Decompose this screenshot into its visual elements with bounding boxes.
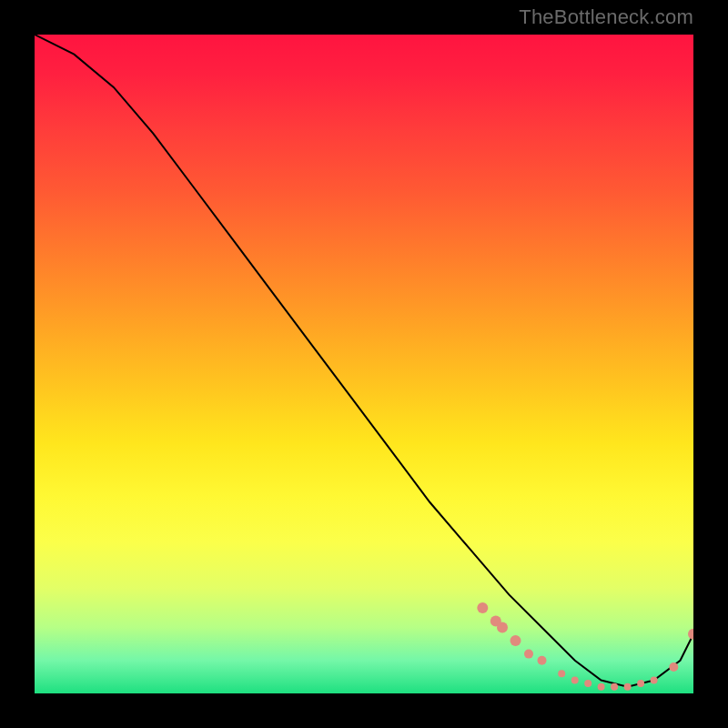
data-point (669, 662, 678, 672)
data-point (598, 683, 605, 691)
chart-svg (35, 35, 693, 693)
chart-frame: TheBottleneck.com (0, 0, 728, 728)
data-point (571, 677, 579, 684)
curve-layer (35, 35, 693, 687)
plot-area (35, 35, 693, 693)
data-point (497, 622, 508, 633)
data-point (477, 602, 488, 613)
bottleneck-curve (35, 35, 693, 687)
data-point (637, 680, 644, 687)
points-layer (477, 602, 693, 691)
watermark-text: TheBottleneck.com (519, 5, 693, 29)
data-point (611, 683, 618, 691)
data-point (688, 629, 693, 640)
data-point (624, 683, 632, 691)
data-point (651, 677, 658, 684)
data-point (558, 670, 565, 677)
data-point (524, 650, 533, 659)
data-point (584, 680, 592, 687)
data-point (538, 656, 547, 665)
data-point (511, 635, 521, 646)
